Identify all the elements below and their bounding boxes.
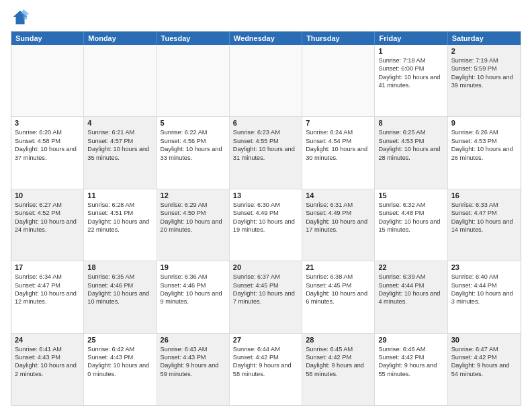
calendar-row: 24Sunrise: 6:41 AM Sunset: 4:43 PM Dayli… bbox=[11, 334, 521, 405]
cell-info: Sunrise: 6:36 AM Sunset: 4:46 PM Dayligh… bbox=[161, 273, 226, 306]
calendar-cell: 1Sunrise: 7:18 AM Sunset: 6:00 PM Daylig… bbox=[375, 45, 447, 116]
logo bbox=[11, 8, 32, 27]
day-number: 25 bbox=[87, 336, 152, 344]
cell-info: Sunrise: 6:38 AM Sunset: 4:45 PM Dayligh… bbox=[306, 273, 371, 306]
cell-info: Sunrise: 6:41 AM Sunset: 4:43 PM Dayligh… bbox=[15, 345, 80, 379]
day-number: 21 bbox=[306, 263, 371, 271]
calendar-header-cell: Tuesday bbox=[157, 32, 230, 45]
calendar-cell: 4Sunrise: 6:21 AM Sunset: 4:57 PM Daylig… bbox=[84, 117, 157, 188]
calendar-row: 10Sunrise: 6:27 AM Sunset: 4:52 PM Dayli… bbox=[11, 189, 521, 261]
calendar-cell: 7Sunrise: 6:24 AM Sunset: 4:54 PM Daylig… bbox=[302, 117, 375, 188]
calendar-row: 1Sunrise: 7:18 AM Sunset: 6:00 PM Daylig… bbox=[11, 45, 521, 117]
day-number: 1 bbox=[378, 47, 443, 55]
day-number: 14 bbox=[306, 191, 371, 199]
calendar-cell: 30Sunrise: 6:47 AM Sunset: 4:42 PM Dayli… bbox=[448, 334, 521, 405]
calendar-cell: 3Sunrise: 6:20 AM Sunset: 4:58 PM Daylig… bbox=[11, 117, 84, 188]
calendar-cell: 8Sunrise: 6:25 AM Sunset: 4:53 PM Daylig… bbox=[375, 117, 447, 188]
cell-info: Sunrise: 6:23 AM Sunset: 4:55 PM Dayligh… bbox=[233, 128, 298, 162]
logo-icon bbox=[11, 8, 30, 27]
day-number: 17 bbox=[15, 263, 80, 271]
day-number: 8 bbox=[378, 119, 443, 127]
day-number: 11 bbox=[87, 191, 152, 199]
calendar-cell: 19Sunrise: 6:36 AM Sunset: 4:46 PM Dayli… bbox=[157, 261, 230, 332]
calendar-cell bbox=[84, 45, 157, 116]
cell-info: Sunrise: 6:28 AM Sunset: 4:51 PM Dayligh… bbox=[87, 201, 152, 234]
calendar-cell: 28Sunrise: 6:45 AM Sunset: 4:42 PM Dayli… bbox=[302, 334, 375, 405]
calendar-cell: 29Sunrise: 6:46 AM Sunset: 4:42 PM Dayli… bbox=[375, 334, 447, 405]
day-number: 3 bbox=[15, 119, 80, 127]
calendar-header-cell: Thursday bbox=[302, 32, 375, 45]
calendar-cell: 17Sunrise: 6:34 AM Sunset: 4:47 PM Dayli… bbox=[11, 261, 84, 332]
day-number: 16 bbox=[451, 191, 517, 199]
calendar-header-cell: Monday bbox=[84, 32, 157, 45]
calendar-cell: 6Sunrise: 6:23 AM Sunset: 4:55 PM Daylig… bbox=[230, 117, 302, 188]
cell-info: Sunrise: 6:42 AM Sunset: 4:43 PM Dayligh… bbox=[87, 345, 152, 379]
day-number: 22 bbox=[378, 263, 443, 271]
day-number: 24 bbox=[15, 336, 80, 344]
day-number: 10 bbox=[15, 191, 80, 199]
day-number: 20 bbox=[233, 263, 298, 271]
calendar-cell bbox=[11, 45, 84, 116]
day-number: 6 bbox=[233, 119, 298, 127]
calendar-cell bbox=[302, 45, 375, 116]
cell-info: Sunrise: 7:19 AM Sunset: 5:59 PM Dayligh… bbox=[451, 56, 517, 90]
day-number: 18 bbox=[87, 263, 152, 271]
calendar-cell: 24Sunrise: 6:41 AM Sunset: 4:43 PM Dayli… bbox=[11, 334, 84, 405]
day-number: 15 bbox=[378, 191, 443, 199]
cell-info: Sunrise: 6:45 AM Sunset: 4:42 PM Dayligh… bbox=[306, 345, 371, 379]
calendar-header-row: SundayMondayTuesdayWednesdayThursdayFrid… bbox=[11, 32, 521, 45]
calendar-header-cell: Friday bbox=[375, 32, 447, 45]
calendar-cell bbox=[157, 45, 230, 116]
day-number: 4 bbox=[87, 119, 152, 127]
day-number: 29 bbox=[378, 336, 443, 344]
cell-info: Sunrise: 6:22 AM Sunset: 4:56 PM Dayligh… bbox=[161, 128, 226, 162]
day-number: 28 bbox=[306, 336, 371, 344]
day-number: 23 bbox=[451, 263, 517, 271]
calendar-cell: 13Sunrise: 6:30 AM Sunset: 4:49 PM Dayli… bbox=[230, 189, 302, 261]
cell-info: Sunrise: 6:40 AM Sunset: 4:44 PM Dayligh… bbox=[451, 273, 517, 306]
calendar-row: 17Sunrise: 6:34 AM Sunset: 4:47 PM Dayli… bbox=[11, 261, 521, 333]
calendar-cell: 20Sunrise: 6:37 AM Sunset: 4:45 PM Dayli… bbox=[230, 261, 302, 332]
calendar-cell: 2Sunrise: 7:19 AM Sunset: 5:59 PM Daylig… bbox=[448, 45, 521, 116]
cell-info: Sunrise: 6:34 AM Sunset: 4:47 PM Dayligh… bbox=[15, 273, 80, 306]
calendar-header-cell: Wednesday bbox=[230, 32, 302, 45]
header bbox=[11, 8, 521, 27]
cell-info: Sunrise: 6:47 AM Sunset: 4:42 PM Dayligh… bbox=[451, 345, 517, 379]
calendar-cell: 18Sunrise: 6:35 AM Sunset: 4:46 PM Dayli… bbox=[84, 261, 157, 332]
cell-info: Sunrise: 6:21 AM Sunset: 4:57 PM Dayligh… bbox=[87, 128, 152, 162]
cell-info: Sunrise: 6:32 AM Sunset: 4:48 PM Dayligh… bbox=[378, 201, 443, 234]
calendar-cell: 14Sunrise: 6:31 AM Sunset: 4:49 PM Dayli… bbox=[302, 189, 375, 261]
calendar-cell: 10Sunrise: 6:27 AM Sunset: 4:52 PM Dayli… bbox=[11, 189, 84, 261]
cell-info: Sunrise: 6:24 AM Sunset: 4:54 PM Dayligh… bbox=[306, 128, 371, 162]
cell-info: Sunrise: 6:29 AM Sunset: 4:50 PM Dayligh… bbox=[161, 201, 226, 234]
day-number: 7 bbox=[306, 119, 371, 127]
cell-info: Sunrise: 6:33 AM Sunset: 4:47 PM Dayligh… bbox=[451, 201, 517, 234]
calendar-cell: 22Sunrise: 6:39 AM Sunset: 4:44 PM Dayli… bbox=[375, 261, 447, 332]
calendar-row: 3Sunrise: 6:20 AM Sunset: 4:58 PM Daylig… bbox=[11, 117, 521, 189]
page: SundayMondayTuesdayWednesdayThursdayFrid… bbox=[0, 0, 532, 411]
cell-info: Sunrise: 6:27 AM Sunset: 4:52 PM Dayligh… bbox=[15, 201, 80, 234]
calendar-cell: 27Sunrise: 6:44 AM Sunset: 4:42 PM Dayli… bbox=[230, 334, 302, 405]
cell-info: Sunrise: 7:18 AM Sunset: 6:00 PM Dayligh… bbox=[378, 56, 443, 90]
cell-info: Sunrise: 6:43 AM Sunset: 4:43 PM Dayligh… bbox=[161, 345, 226, 379]
day-number: 5 bbox=[161, 119, 226, 127]
calendar: SundayMondayTuesdayWednesdayThursdayFrid… bbox=[11, 31, 521, 406]
calendar-cell: 9Sunrise: 6:26 AM Sunset: 4:53 PM Daylig… bbox=[448, 117, 521, 188]
day-number: 30 bbox=[451, 336, 517, 344]
calendar-cell: 15Sunrise: 6:32 AM Sunset: 4:48 PM Dayli… bbox=[375, 189, 447, 261]
cell-info: Sunrise: 6:44 AM Sunset: 4:42 PM Dayligh… bbox=[233, 345, 298, 379]
cell-info: Sunrise: 6:20 AM Sunset: 4:58 PM Dayligh… bbox=[15, 128, 80, 162]
calendar-cell: 25Sunrise: 6:42 AM Sunset: 4:43 PM Dayli… bbox=[84, 334, 157, 405]
cell-info: Sunrise: 6:31 AM Sunset: 4:49 PM Dayligh… bbox=[306, 201, 371, 234]
calendar-header-cell: Saturday bbox=[448, 32, 521, 45]
cell-info: Sunrise: 6:30 AM Sunset: 4:49 PM Dayligh… bbox=[233, 201, 298, 234]
cell-info: Sunrise: 6:35 AM Sunset: 4:46 PM Dayligh… bbox=[87, 273, 152, 306]
day-number: 26 bbox=[161, 336, 226, 344]
calendar-cell bbox=[230, 45, 302, 116]
cell-info: Sunrise: 6:46 AM Sunset: 4:42 PM Dayligh… bbox=[378, 345, 443, 379]
day-number: 13 bbox=[233, 191, 298, 199]
calendar-cell: 5Sunrise: 6:22 AM Sunset: 4:56 PM Daylig… bbox=[157, 117, 230, 188]
cell-info: Sunrise: 6:26 AM Sunset: 4:53 PM Dayligh… bbox=[451, 128, 517, 162]
day-number: 19 bbox=[161, 263, 226, 271]
cell-info: Sunrise: 6:37 AM Sunset: 4:45 PM Dayligh… bbox=[233, 273, 298, 306]
